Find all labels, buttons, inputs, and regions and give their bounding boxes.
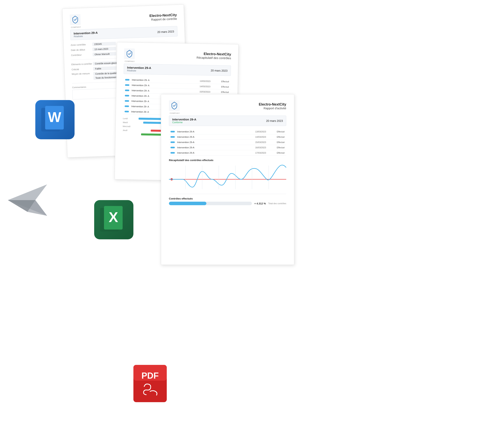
- doc3-subtitle: Rapport d'activité: [184, 107, 286, 110]
- check-name: Intervention 29- A: [132, 84, 200, 88]
- gantt-label: Mardi: [123, 121, 134, 124]
- doc3-title-block: Electro-NextCity Rapport d'activité: [184, 102, 286, 110]
- doc1-logo: COMPANY: [70, 14, 82, 26]
- check-status: Effectué: [271, 130, 285, 133]
- check-date: 16/03/2023: [255, 146, 271, 149]
- excel-app-icon: X: [94, 200, 133, 239]
- gantt-label: Lundi: [123, 117, 134, 120]
- doc-rapport-activite: COMPANY Electro-NextCity Rapport d'activ…: [161, 94, 294, 265]
- check-name: Intervention 29-A: [177, 136, 255, 138]
- doc3-chart: Récapitulatif des contrôles effectués: [169, 159, 286, 191]
- check-status: Effectué: [271, 146, 285, 149]
- check-name: Intervention 29-A: [177, 152, 255, 154]
- check-status: Effectué: [271, 136, 285, 138]
- check-indicator: [171, 142, 175, 143]
- check-date: 14/03/2023: [255, 136, 271, 138]
- doc3-check-row: Intervention 29-A 13/03/2023 Effectué: [169, 129, 286, 134]
- svg-text:PDF: PDF: [142, 371, 159, 380]
- doc2-status: Réalisée: [127, 69, 151, 72]
- doc3-status: Conforme: [172, 121, 196, 124]
- field-criticite-value: Faible: [93, 66, 117, 71]
- check-name: Intervention 29- A: [132, 79, 200, 82]
- check-name: Intervention 29- A: [132, 89, 200, 93]
- check-indicator: [171, 147, 175, 148]
- doc1-title-block: Electro-NextCity Rapport de contrôle: [85, 13, 177, 24]
- pdf-app-icon: PDF: [133, 361, 167, 402]
- field-zone-value: 235345: [92, 42, 116, 46]
- check-date: 13/03/2023: [255, 130, 271, 133]
- check-status: Effectué: [215, 80, 229, 83]
- svg-text:W: W: [48, 109, 61, 125]
- doc3-intervention-info: Intervention 29-A Conforme: [172, 118, 196, 124]
- doc3-intervention-bar: Intervention 29-A Conforme 20 mars 2023: [169, 116, 286, 126]
- gantt-label: Jeudi: [123, 129, 133, 131]
- check-name: Intervention 29-A: [177, 130, 255, 133]
- check-status: Effectué: [215, 91, 229, 93]
- paper-plane-icon: [4, 180, 51, 220]
- gantt-label: Mercredi: [123, 125, 134, 127]
- svg-text:X: X: [109, 209, 118, 225]
- doc1-intervention-bar: Intervention 29-A Réalisée 20 mars 2023: [70, 26, 178, 40]
- check-date: 15/03/2023: [255, 141, 271, 143]
- check-indicator: [171, 152, 175, 154]
- field-mesure-label: Moyen de mesure: [72, 72, 93, 75]
- doc3-logo: COMPANY: [169, 100, 181, 112]
- doc3-controls-total: Total des contrôles: [268, 202, 286, 205]
- doc1-company-label: COMPANY: [70, 26, 82, 29]
- check-indicator: [125, 79, 129, 80]
- field-zone-label: Zone contrôlée: [71, 43, 92, 46]
- check-date: 17/03/2023: [255, 152, 271, 154]
- field-elements-label: Eléments à contrôler: [71, 63, 93, 66]
- doc3-controls-bar-fill: [169, 202, 206, 205]
- doc3-company-name: Electro-NextCity: [184, 102, 286, 107]
- field-controleur-value: Olivier Maroulit: [93, 52, 116, 56]
- doc1-date: 20 mars 2023: [157, 30, 174, 33]
- doc3-date: 20 mars 2023: [266, 119, 283, 122]
- gantt-label: [123, 134, 133, 134]
- doc2-date: 20 mars 2023: [211, 69, 228, 72]
- check-name: Intervention 29-A: [177, 141, 255, 143]
- doc2-intervention-title: Intervention 29-A: [127, 66, 151, 70]
- check-status: Effectué: [271, 141, 285, 143]
- doc2-logo: COMPANY: [124, 48, 136, 60]
- check-indicator: [171, 136, 175, 138]
- check-indicator: [125, 84, 129, 86]
- doc2-title-block: Electro-NextCity Récapitulatif des contr…: [139, 51, 231, 60]
- check-status: Effectué: [215, 85, 229, 88]
- doc3-check-row: Intervention 29-A 17/03/2023 Effectué: [169, 150, 286, 156]
- doc3-controls-percent: + 4.312 %: [254, 202, 266, 205]
- doc2-intervention-info: Intervention 29-A Réalisée: [127, 66, 151, 72]
- doc2-intervention-bar: Intervention 29-A Réalisée 20 mars 2023: [124, 63, 231, 76]
- field-debut-value: 13 mars 2023: [92, 47, 116, 51]
- check-date: 14/03/2023: [200, 85, 215, 88]
- check-status: Effectué: [271, 152, 285, 154]
- doc1-header: COMPANY Electro-NextCity Rapport de cont…: [70, 11, 177, 26]
- doc3-chart-title: Récapitulatif des contrôles effectués: [169, 159, 286, 162]
- field-debut-label: Date de début: [71, 48, 92, 51]
- check-indicator: [125, 90, 129, 91]
- doc3-intervention-title: Intervention 29-A: [172, 118, 196, 121]
- doc3-check-row: Intervention 29-A 14/03/2023 Effectué: [169, 134, 286, 140]
- doc3-chart-area: [169, 164, 286, 191]
- doc3-check-row: Intervention 29-A 15/03/2023 Effectué: [169, 140, 286, 145]
- doc3-controls: Contrôles effectués + 4.312 % Total des …: [169, 197, 286, 205]
- word-app-icon: W: [35, 100, 75, 139]
- check-indicator: [125, 100, 129, 102]
- field-elements-value: Contrôle essuie-glace: [93, 61, 119, 65]
- doc1-status: Réalisée: [74, 34, 98, 38]
- doc3-header: COMPANY Electro-NextCity Rapport d'activ…: [169, 100, 286, 112]
- field-controleur-label: Contrôleur: [71, 53, 93, 57]
- doc3-controls-title: Contrôles effectués: [169, 197, 286, 200]
- doc2-header: COMPANY Electro-NextCity Récapitulatif d…: [124, 48, 231, 62]
- doc3-company-label: COMPANY: [169, 112, 181, 114]
- doc3-controls-bar-row: + 4.312 % Total des contrôles: [169, 202, 286, 205]
- doc1-intervention-info: Intervention 29-A Réalisée: [74, 31, 98, 38]
- check-indicator: [125, 105, 129, 107]
- check-indicator: [125, 95, 129, 96]
- check-indicator: [125, 111, 129, 112]
- doc3-check-row: Intervention 29-A 16/03/2023 Effectué: [169, 145, 286, 150]
- check-name: Intervention 29-A: [177, 146, 255, 149]
- doc2-company-label: COMPANY: [124, 60, 136, 62]
- field-criticite-label: Criticité: [72, 68, 93, 71]
- check-date: 15/03/2023: [200, 90, 215, 93]
